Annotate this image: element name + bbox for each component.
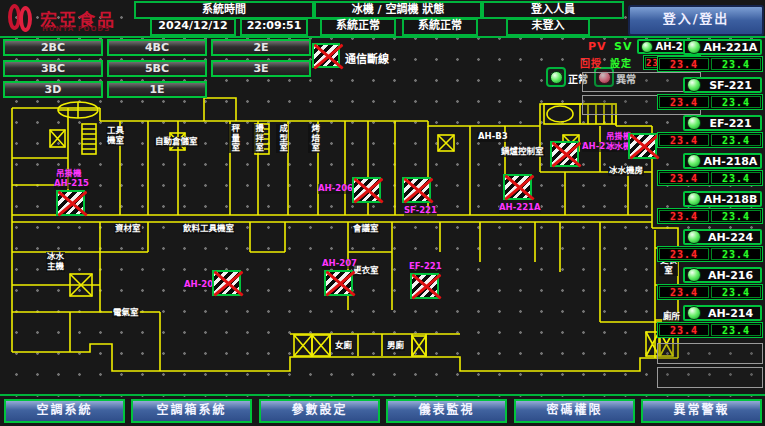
room-label: AH-B3 bbox=[477, 132, 509, 142]
unit-led-icon bbox=[687, 192, 701, 206]
nav-button-3[interactable]: 參數設定 bbox=[259, 399, 380, 423]
unit-button-ef-221[interactable]: EF-221 bbox=[683, 115, 762, 131]
unit-button-label: SF-221 bbox=[701, 79, 760, 92]
empty-slot bbox=[657, 367, 763, 388]
unit-values: 23.423.4 bbox=[657, 208, 763, 224]
nav-button-2[interactable]: 空調箱系統 bbox=[131, 399, 252, 423]
footer-separator bbox=[0, 394, 765, 396]
pv-value: 23.4 bbox=[659, 248, 709, 260]
unit-led-icon bbox=[687, 116, 701, 130]
unit-led-icon bbox=[641, 41, 653, 53]
floor-button-4bc[interactable]: 4BC bbox=[107, 39, 207, 56]
floor-button-2e[interactable]: 2E bbox=[211, 39, 311, 56]
unit-button-label: AH-216 bbox=[701, 269, 760, 282]
room-label: 工具 機室 bbox=[106, 126, 125, 146]
sv-value: 23.4 bbox=[711, 286, 761, 298]
unit-button-label: AH-218B bbox=[701, 193, 760, 206]
unit-button-label: EF-221 bbox=[701, 117, 760, 130]
pv-name-label: 回授 bbox=[580, 55, 602, 70]
ahu-status-value: 系統正常 bbox=[402, 18, 478, 36]
unit-values: 23.423.4 bbox=[657, 132, 763, 148]
unit-values: 23.423.4 bbox=[657, 94, 763, 110]
empty-slot bbox=[657, 343, 763, 364]
unit-button-ah-218a[interactable]: AH-218A bbox=[683, 153, 762, 169]
unit-button-sf-221[interactable]: SF-221 bbox=[683, 77, 762, 93]
room-label: 冰水 主機 bbox=[46, 252, 65, 272]
floor-button-3e[interactable]: 3E bbox=[211, 60, 311, 77]
nav-button-1[interactable]: 空調系統 bbox=[4, 399, 125, 423]
sv-value: 23.4 bbox=[711, 210, 761, 222]
unit-button-ah-224[interactable]: AH-224 bbox=[683, 229, 762, 245]
equipment-marker-comm-lost[interactable] bbox=[410, 273, 439, 299]
equipment-marker-comm-lost[interactable] bbox=[550, 141, 579, 167]
login-user-label: 登入人員 bbox=[482, 1, 624, 19]
unit-button-ah-214[interactable]: AH-214 bbox=[683, 305, 762, 321]
unit-led-icon bbox=[687, 40, 701, 54]
floor-button-3bc[interactable]: 3BC bbox=[3, 60, 103, 77]
room-label: 成型室 bbox=[276, 124, 288, 153]
sv-value: 23.4 bbox=[711, 172, 761, 184]
unit-led-icon bbox=[687, 154, 701, 168]
unit-button-ah-218b[interactable]: AH-218B bbox=[683, 191, 762, 207]
unit-led-icon bbox=[687, 230, 701, 244]
room-label: 秤量室 bbox=[228, 124, 240, 153]
pv-value: 23.4 bbox=[659, 210, 709, 222]
comm-lost-legend-label: 通信斷線 bbox=[345, 50, 389, 66]
login-user-value: 未登入 bbox=[506, 18, 590, 36]
equipment-marker-comm-lost[interactable] bbox=[352, 177, 381, 203]
equipment-marker-comm-lost[interactable] bbox=[402, 177, 431, 203]
equipment-label: SF-221 bbox=[404, 206, 437, 216]
sv-value: 23.4 bbox=[711, 134, 761, 146]
floor-button-3d[interactable]: 3D bbox=[3, 81, 103, 98]
unit-values: 23.423.4 bbox=[657, 56, 763, 72]
unit-values: 23.423.4 bbox=[657, 284, 763, 300]
brand-name-en: HUNYA FOODS bbox=[42, 25, 110, 33]
equipment-label: AH-215 bbox=[54, 179, 89, 189]
room-label: 會議室 bbox=[352, 224, 380, 234]
sv-name-label: 設定 bbox=[610, 55, 632, 70]
unit-button-label: AH-221A bbox=[701, 41, 760, 54]
room-label: 鍋爐控制室 bbox=[500, 147, 545, 157]
unit-led-icon bbox=[687, 268, 701, 282]
room-label: 烤焙室 bbox=[308, 124, 320, 153]
header-separator bbox=[0, 36, 765, 38]
room-label: 攪拌室 bbox=[252, 124, 264, 153]
room-label: 冰水機房 bbox=[608, 166, 644, 176]
equipment-marker-comm-lost[interactable] bbox=[212, 270, 241, 296]
floor-button-1e[interactable]: 1E bbox=[107, 81, 207, 98]
nav-button-5[interactable]: 密碼權限 bbox=[514, 399, 635, 423]
nav-button-4[interactable]: 儀表監視 bbox=[386, 399, 507, 423]
equipment-marker-comm-lost[interactable] bbox=[503, 174, 532, 200]
floor-button-5bc[interactable]: 5BC bbox=[107, 60, 207, 77]
sv-value: 23.4 bbox=[711, 248, 761, 260]
equipment-marker-comm-lost[interactable] bbox=[324, 270, 353, 296]
equipment-marker-comm-lost[interactable] bbox=[628, 133, 657, 159]
unit-led-icon bbox=[687, 78, 701, 92]
equipment-label: AH-207 bbox=[322, 259, 357, 269]
system-date-value: 2024/12/12 bbox=[150, 18, 236, 36]
room-label: 廁所 bbox=[662, 312, 681, 322]
room-label: 自動倉儲室 bbox=[154, 137, 199, 147]
unit-button-label: AH-224 bbox=[701, 231, 760, 244]
unit-values: 23.423.4 bbox=[657, 246, 763, 262]
normal-led-bezel bbox=[546, 67, 566, 87]
pv-value: 23.4 bbox=[659, 286, 709, 298]
room-label: 飲料工具機室 bbox=[182, 224, 235, 234]
unit-values: 23.423.4 bbox=[657, 322, 763, 338]
equipment-marker-comm-lost[interactable] bbox=[56, 190, 85, 216]
room-label: 資材室 bbox=[114, 224, 142, 234]
unit-button-ah-216[interactable]: AH-216 bbox=[683, 267, 762, 283]
pv-value: 23.4 bbox=[659, 96, 709, 108]
floor-button-2bc[interactable]: 2BC bbox=[3, 39, 103, 56]
chiller-status-value: 系統正常 bbox=[320, 18, 396, 36]
room-label: 女廁 bbox=[334, 341, 353, 351]
sv-value: 23.4 bbox=[711, 58, 761, 70]
unit-button-ah-221a[interactable]: AH-221A bbox=[683, 39, 762, 55]
pv-value: 23.4 bbox=[659, 324, 709, 336]
nav-button-6[interactable]: 異常警報 bbox=[641, 399, 762, 423]
pv-header-label: PV bbox=[588, 40, 607, 53]
unit-values: 23.423.4 bbox=[657, 170, 763, 186]
equipment-label: EF-221 bbox=[409, 262, 442, 272]
login-logout-button[interactable]: 登入/登出 bbox=[628, 5, 764, 36]
unit-button-label: AH-214 bbox=[701, 307, 760, 320]
